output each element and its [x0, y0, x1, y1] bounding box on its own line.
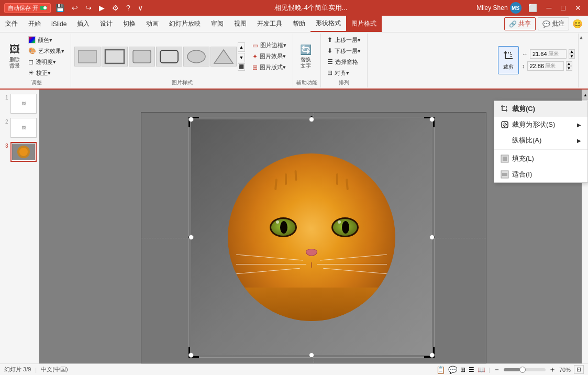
sel-handle-tl[interactable]: [188, 117, 194, 122]
menu-file[interactable]: 文件: [0, 16, 23, 32]
view-outline[interactable]: ☰: [469, 366, 474, 373]
slide-thumbnail-3[interactable]: [10, 142, 37, 162]
redo-button[interactable]: ↪: [83, 3, 94, 13]
more-tools-button[interactable]: ⚙: [109, 3, 121, 13]
bring-forward-button[interactable]: ⬆ 上移一层▾: [324, 35, 364, 45]
picture-effect-button[interactable]: ✦ 图片效果▾: [249, 51, 290, 62]
menu-picture-format[interactable]: 图片格式: [346, 16, 382, 32]
pic-style-6[interactable]: [210, 47, 237, 67]
crop-icon: [502, 50, 515, 62]
ribbon-collapse[interactable]: ▲: [579, 34, 586, 87]
view-reading[interactable]: 📖: [478, 366, 485, 373]
autosave-toggle[interactable]: 自动保存 开: [4, 3, 51, 13]
menu-help[interactable]: 帮助: [287, 16, 310, 32]
correction-button[interactable]: ☀ 校正▾: [25, 68, 68, 78]
width-spin-down[interactable]: ▼: [569, 54, 575, 59]
zoom-fit-button[interactable]: ⊡: [574, 365, 584, 374]
comments-button[interactable]: 💬: [448, 366, 457, 374]
width-spinner[interactable]: ▲ ▼: [569, 49, 575, 59]
zoom-in-button[interactable]: ＋: [549, 365, 556, 374]
ribbon-picture-style-label: 图片样式: [74, 79, 290, 86]
sel-handle-tr[interactable]: [429, 117, 435, 122]
pic-style-4[interactable]: [156, 47, 182, 67]
pic-style-1[interactable]: [74, 47, 101, 67]
emoji-button[interactable]: 😊: [571, 18, 584, 30]
maximize-button[interactable]: □: [559, 3, 568, 13]
menu-slideshow[interactable]: 幻灯片放映: [164, 16, 206, 32]
menu-shape-format[interactable]: 形状格式: [310, 16, 346, 32]
slide-canvas[interactable]: [141, 112, 486, 363]
slide-thumbnail-1[interactable]: 🖼: [10, 94, 37, 114]
comment-button[interactable]: 💬 批注: [538, 17, 569, 30]
sel-handle-tm[interactable]: [309, 117, 314, 122]
view-normal[interactable]: ⊞: [460, 366, 465, 373]
help-button[interactable]: ?: [124, 3, 133, 13]
crop-item-crop[interactable]: 裁剪(C): [494, 101, 587, 117]
save-button[interactable]: 💾: [53, 3, 67, 13]
selection-pane-button[interactable]: ☰ 选择窗格: [324, 57, 364, 67]
restore-button[interactable]: ⬜: [526, 3, 540, 13]
zoom-out-button[interactable]: －: [493, 365, 501, 374]
picture-border-button[interactable]: ▭ 图片边框▾: [249, 40, 290, 51]
height-spinner[interactable]: ▲ ▼: [566, 61, 572, 71]
image-container[interactable]: [188, 117, 435, 358]
minimize-button[interactable]: ─: [544, 3, 554, 13]
close-button[interactable]: ✕: [572, 3, 584, 13]
menu-developer[interactable]: 开发工具: [252, 16, 287, 32]
sel-handle-bm[interactable]: [309, 352, 314, 358]
width-spin-up[interactable]: ▲: [569, 49, 575, 54]
pic-style-2[interactable]: [102, 47, 128, 67]
pic-style-5[interactable]: [183, 47, 209, 67]
share-button[interactable]: 🔗 共享: [504, 17, 536, 30]
menu-islide[interactable]: iSlide: [46, 16, 72, 32]
sel-handle-bl[interactable]: [188, 352, 194, 358]
present-button[interactable]: ▶: [96, 3, 107, 13]
crop-fill-icon: [501, 155, 509, 163]
send-backward-button[interactable]: ⬇ 下移一层▾: [324, 46, 364, 56]
notes-button[interactable]: 📋: [436, 366, 445, 374]
slide-thumb-2[interactable]: 2 🖼: [2, 118, 37, 138]
pic-style-3[interactable]: [129, 47, 155, 67]
sel-handle-br[interactable]: [429, 352, 435, 358]
slide-thumb-1[interactable]: 1 🖼: [2, 94, 37, 114]
height-input[interactable]: 22.86 厘米: [527, 61, 564, 71]
crop-item-ratio[interactable]: 纵横比(A) ▶: [494, 133, 587, 148]
slide-thumbnail-2[interactable]: 🖼: [10, 118, 37, 138]
undo-button[interactable]: ↩: [69, 3, 81, 13]
height-spin-down[interactable]: ▼: [566, 66, 572, 71]
align-button[interactable]: ⊟ 对齐▾: [324, 68, 364, 78]
autosave-toggle-dot[interactable]: [40, 6, 47, 10]
width-input[interactable]: 21.64 厘米: [530, 49, 567, 59]
crop-button[interactable]: 裁剪: [498, 46, 519, 74]
svg-point-4: [187, 50, 205, 63]
scroll-up-arrow[interactable]: ▲: [582, 90, 588, 100]
menu-design[interactable]: 设计: [95, 16, 118, 32]
height-spin-up[interactable]: ▲: [566, 61, 572, 66]
menu-review[interactable]: 审阅: [206, 16, 229, 32]
art-effect-button[interactable]: 🎨 艺术效果▾: [25, 46, 68, 56]
style-expand[interactable]: ⬛: [238, 63, 245, 71]
menu-view[interactable]: 视图: [229, 16, 252, 32]
style-scroll-down[interactable]: ▼: [238, 53, 245, 62]
menu-transition[interactable]: 切换: [118, 16, 141, 32]
color-button[interactable]: 颜色▾: [25, 35, 68, 45]
ribbon-group-accessibility: 🔄 替换文字 辅助功能: [293, 34, 321, 87]
menu-home[interactable]: 开始: [23, 16, 46, 32]
picture-layout-button[interactable]: ⊞ 图片版式▾: [249, 62, 290, 73]
menu-animation[interactable]: 动画: [141, 16, 164, 32]
slide-thumb-3[interactable]: 3: [2, 142, 37, 162]
art-effect-label: 艺术效果▾: [38, 47, 64, 55]
sel-handle-ml[interactable]: [188, 235, 194, 240]
alt-text-button[interactable]: 🔄 替换文字: [296, 42, 315, 71]
customize-button[interactable]: ∨: [135, 3, 146, 13]
crop-item-shape[interactable]: 裁剪为形状(S) ▶: [494, 117, 587, 133]
transparency-button[interactable]: ◻ 透明度▾: [25, 57, 68, 67]
remove-background-button[interactable]: 🖼 删除背景: [5, 42, 24, 71]
zoom-slider-thumb[interactable]: [519, 367, 526, 373]
crop-item-fill[interactable]: 填充(L): [494, 151, 587, 167]
zoom-slider[interactable]: [504, 368, 546, 371]
sel-handle-mr[interactable]: [429, 235, 435, 240]
style-scroll-up[interactable]: ▲: [238, 42, 245, 52]
crop-item-fit[interactable]: 适合(I): [494, 167, 587, 182]
menu-insert[interactable]: 插入: [72, 16, 95, 32]
